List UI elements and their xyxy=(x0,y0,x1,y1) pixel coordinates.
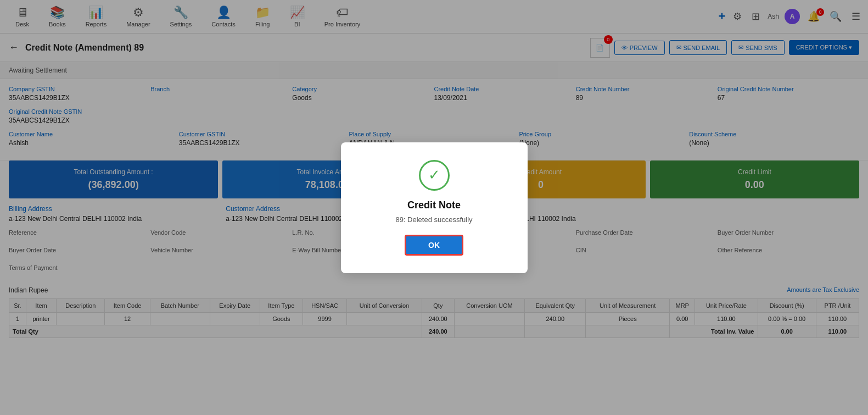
dialog-message: 89: Deleted successfully xyxy=(363,215,506,224)
dialog-title: Credit Note xyxy=(363,200,506,211)
modal-overlay: ✓ Credit Note 89: Deleted successfully O… xyxy=(0,0,868,415)
dialog-ok-button[interactable]: OK xyxy=(405,235,463,256)
success-dialog: ✓ Credit Note 89: Deleted successfully O… xyxy=(341,142,528,273)
success-check-icon: ✓ xyxy=(419,160,450,191)
